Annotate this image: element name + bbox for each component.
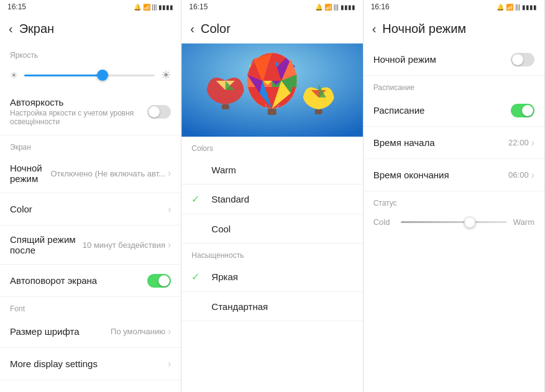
back-button-3[interactable]: ‹ bbox=[372, 22, 377, 35]
panel-title-3: Ночной режим bbox=[382, 22, 466, 36]
schedule-label: Расписание bbox=[373, 105, 511, 116]
auto-brightness-row: Автояркость Настройка яркости с учетом у… bbox=[0, 88, 181, 135]
more-settings-chevron: › bbox=[168, 358, 171, 370]
more-settings-row[interactable]: More display settings › bbox=[0, 348, 181, 380]
vivid-check: ✓ bbox=[191, 271, 204, 283]
brightness-slider-row: ☀ ☀ bbox=[0, 62, 181, 88]
time-1: 16:15 bbox=[7, 2, 26, 11]
warm-check bbox=[191, 164, 204, 175]
schedule-section-label: Расписание bbox=[364, 76, 544, 94]
panel-header-1: ‹ Экран bbox=[0, 14, 181, 43]
night-mode-toggle-label: Ночной режим bbox=[373, 54, 511, 65]
status-bar-2: 16:15 🔔 📶 ||| ▮▮▮▮ bbox=[181, 0, 362, 14]
schedule-row: Расписание bbox=[364, 94, 544, 127]
battery-icon-3: ▮▮▮▮ bbox=[522, 4, 537, 11]
night-mode-toggle-row: Ночной режим bbox=[364, 43, 544, 76]
start-time-label: Время начала bbox=[373, 137, 508, 148]
font-size-label: Размер шрифта bbox=[10, 326, 111, 337]
bell-icon: 🔔 bbox=[134, 4, 141, 11]
time-3: 16:16 bbox=[371, 2, 390, 11]
start-time-value: 22:00 bbox=[508, 138, 529, 147]
font-size-row[interactable]: Размер шрифта По умолчанию › bbox=[0, 316, 181, 348]
panel-title-2: Color bbox=[201, 22, 231, 36]
color-option-cool[interactable]: Cool bbox=[181, 214, 362, 244]
rotate-row: Автоповорот экрана bbox=[0, 265, 181, 297]
cold-label: Cold bbox=[373, 217, 396, 227]
sat-option-standard[interactable]: Стандартная bbox=[181, 292, 362, 321]
start-time-chevron: › bbox=[531, 137, 534, 148]
sat-option-vivid[interactable]: ✓ Яркая bbox=[181, 262, 362, 292]
start-time-row[interactable]: Время начала 22:00 › bbox=[364, 127, 544, 159]
panel-night-mode: 16:16 🔔 📶 ||| ▮▮▮▮ ‹ Ночной режим Ночной… bbox=[364, 0, 545, 392]
warm-label: Warm bbox=[211, 165, 236, 175]
wifi-icon-2: 📶 bbox=[324, 4, 332, 11]
sleep-chevron: › bbox=[168, 239, 171, 250]
color-option-standard[interactable]: ✓ Standard bbox=[181, 185, 362, 214]
end-time-chevron: › bbox=[531, 170, 534, 181]
brightness-low-icon: ☀ bbox=[10, 70, 18, 80]
panel-header-3: ‹ Ночной режим bbox=[364, 14, 544, 43]
more-settings-label: More display settings bbox=[10, 358, 168, 369]
back-button-2[interactable]: ‹ bbox=[190, 22, 195, 35]
brightness-high-icon: ☀ bbox=[161, 68, 171, 82]
status-icons-1: 🔔 📶 ||| ▮▮▮▮ bbox=[134, 4, 174, 11]
rotate-label: Автоповорот экрана bbox=[10, 275, 147, 286]
sat-standard-label: Стандартная bbox=[211, 301, 268, 312]
color-chevron: › bbox=[168, 204, 171, 215]
end-time-value: 06:00 bbox=[508, 170, 529, 180]
status-icons-3: 🔔 📶 ||| ▮▮▮▮ bbox=[497, 4, 537, 11]
temperature-slider-row: Cold Warm bbox=[364, 210, 544, 234]
font-size-chevron: › bbox=[168, 326, 171, 337]
saturation-section-label: Насыщенность bbox=[181, 244, 362, 262]
bell-icon-3: 🔔 bbox=[497, 4, 504, 11]
brightness-track[interactable] bbox=[24, 75, 155, 76]
status-icons-2: 🔔 📶 ||| ▮▮▮▮ bbox=[315, 4, 355, 11]
schedule-toggle[interactable] bbox=[511, 104, 534, 117]
standard-label: Standard bbox=[211, 194, 249, 204]
font-section-label: Font bbox=[0, 297, 181, 316]
status-section-label: Статус bbox=[364, 191, 544, 210]
rotate-toggle[interactable] bbox=[147, 274, 171, 288]
cool-check bbox=[191, 223, 204, 234]
warm-label: Warm bbox=[512, 217, 534, 227]
sat-standard-check bbox=[191, 301, 204, 312]
auto-brightness-label: Автояркость bbox=[10, 97, 147, 107]
panel-header-2: ‹ Color bbox=[181, 14, 362, 43]
night-mode-main-toggle[interactable] bbox=[511, 53, 534, 66]
panel-content-1: Яркость ☀ ☀ Автояркость Настройка яркост… bbox=[0, 43, 181, 392]
wifi-icon-3: 📶 bbox=[506, 4, 513, 11]
auto-brightness-left: Автояркость Настройка яркости с учетом у… bbox=[10, 97, 147, 126]
night-mode-chevron: › bbox=[168, 168, 171, 179]
status-bar-1: 16:15 🔔 📶 ||| ▮▮▮▮ bbox=[0, 0, 181, 14]
bell-icon-2: 🔔 bbox=[315, 4, 323, 11]
color-option-warm[interactable]: Warm bbox=[181, 155, 362, 185]
color-row[interactable]: Color › bbox=[0, 193, 181, 226]
auto-brightness-toggle[interactable] bbox=[147, 105, 171, 119]
temperature-track[interactable] bbox=[401, 221, 507, 223]
back-button-1[interactable]: ‹ bbox=[9, 22, 13, 35]
end-time-row[interactable]: Время окончания 06:00 › bbox=[364, 159, 544, 191]
panel-title-1: Экран bbox=[19, 22, 54, 36]
signal-icon: ||| bbox=[152, 4, 157, 11]
panel-content-2: Colors Warm ✓ Standard Cool Насыщенность… bbox=[181, 43, 362, 392]
font-size-value: По умолчанию bbox=[111, 327, 165, 336]
balloon-image bbox=[181, 43, 362, 137]
panel-content-3: Ночной режим Расписание Расписание Время… bbox=[364, 43, 544, 392]
end-time-label: Время окончания bbox=[373, 170, 508, 180]
color-label: Color bbox=[10, 204, 168, 214]
sleep-row[interactable]: Спящий режим после 10 минут бездействия … bbox=[0, 226, 181, 265]
battery-icon-2: ▮▮▮▮ bbox=[341, 4, 355, 11]
brightness-thumb bbox=[97, 70, 108, 81]
night-mode-row[interactable]: Ночной режим Отключено (Не включать авт.… bbox=[0, 154, 181, 193]
cool-label: Cool bbox=[211, 224, 231, 234]
time-2: 16:15 bbox=[189, 2, 208, 11]
temperature-thumb[interactable] bbox=[464, 217, 475, 228]
signal-icon-3: ||| bbox=[515, 4, 520, 11]
colors-section-label: Colors bbox=[181, 137, 362, 155]
brightness-label: Яркость bbox=[0, 43, 181, 62]
night-mode-label: Ночной режим bbox=[10, 163, 50, 184]
balloon-svg bbox=[181, 43, 362, 137]
screen-section-label: Экран bbox=[0, 135, 181, 154]
night-mode-value: Отключено (Не включать авт... bbox=[50, 169, 165, 178]
svg-rect-13 bbox=[222, 104, 229, 109]
